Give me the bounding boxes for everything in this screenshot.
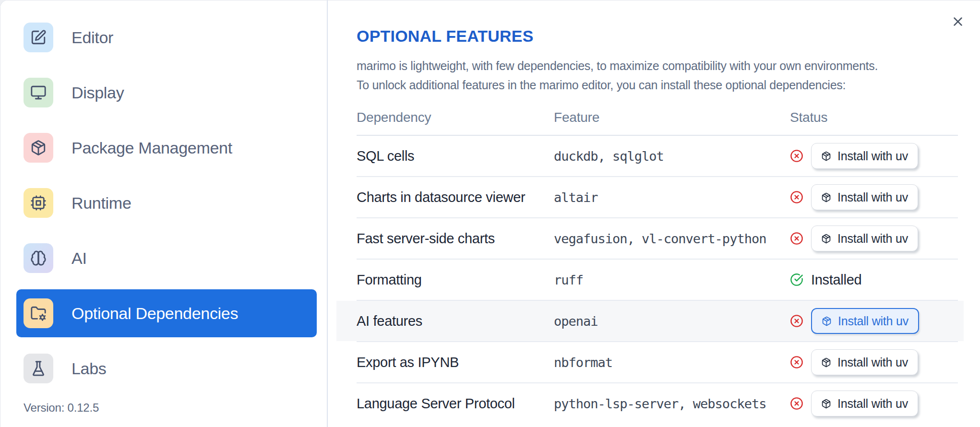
circle-x-icon: [790, 149, 803, 163]
settings-dialog: Editor Display Package Management Runtim…: [0, 0, 980, 427]
dependency-cell: Fast server-side charts: [357, 231, 554, 247]
flask-icon: [30, 360, 47, 377]
install-button-label: Install with uv: [837, 232, 908, 246]
status-cell: Install with uv: [790, 143, 958, 169]
install-button-label: Install with uv: [837, 356, 908, 369]
circle-x-icon: [790, 232, 803, 245]
table-row: Export as IPYNB nbformat Install with uv: [357, 342, 958, 383]
sidebar-item-package-management[interactable]: Package Management: [16, 124, 317, 172]
folder-cog-icon: [30, 305, 47, 321]
square-pen-icon: [30, 29, 47, 46]
dependency-cell: Language Server Protocol: [357, 396, 554, 412]
circle-x-icon: [790, 397, 803, 410]
circle-x-icon: [790, 314, 803, 328]
status-cell: Install with uv: [790, 349, 958, 375]
sidebar-icon-tile: [24, 133, 53, 163]
feature-cell: duckdb, sqlglot: [554, 149, 790, 164]
package-icon: [30, 140, 47, 156]
monitor-icon: [30, 84, 47, 101]
installed-label: Installed: [811, 272, 861, 288]
feature-cell: nbformat: [554, 355, 790, 370]
install-with-uv-button[interactable]: Install with uv: [811, 225, 918, 251]
circle-x-icon: [790, 232, 803, 245]
install-button-label: Install with uv: [838, 314, 908, 328]
brain-icon: [30, 250, 47, 266]
dependency-cell: Export as IPYNB: [357, 355, 554, 370]
dependency-cell: SQL cells: [357, 148, 554, 164]
circle-x-icon: [790, 397, 803, 410]
feature-cell: ruff: [554, 273, 790, 287]
main-panel: OPTIONAL FEATURES marimo is lightweight,…: [327, 0, 980, 427]
table-row: Fast server-side charts vegafusion, vl-c…: [357, 218, 958, 260]
feature-cell: vegafusion, vl-convert-python: [554, 231, 790, 246]
sidebar-icon-tile: [24, 23, 53, 52]
package-icon: [821, 234, 831, 244]
status-cell: Installed: [790, 272, 958, 288]
sidebar-item-optional-dependencies[interactable]: Optional Dependencies: [16, 289, 317, 337]
sidebar-item-runtime[interactable]: Runtime: [16, 179, 317, 227]
circle-check-icon: [790, 273, 803, 286]
column-header-status: Status: [790, 110, 958, 125]
install-with-uv-button[interactable]: Install with uv: [811, 349, 918, 375]
description: marimo is lightweight, with few dependen…: [357, 56, 958, 95]
table-header: Dependency Feature Status: [357, 100, 958, 136]
column-header-feature: Feature: [554, 110, 790, 125]
sidebar-icon-tile: [24, 243, 53, 273]
sidebar-icon-tile: [24, 188, 53, 218]
package-icon: [821, 399, 831, 409]
sidebar-icon-tile: [24, 298, 53, 328]
settings-sidebar: Editor Display Package Management Runtim…: [0, 0, 327, 427]
feature-cell: openai: [554, 314, 790, 329]
sidebar-item-labs[interactable]: Labs: [16, 344, 317, 392]
dependencies-table: Dependency Feature Status SQL cells duck…: [357, 100, 958, 424]
circle-x-icon: [790, 149, 803, 163]
package-icon: [821, 151, 831, 161]
dependency-cell: AI features: [357, 313, 554, 329]
sidebar-icon-tile: [24, 78, 53, 107]
cpu-icon: [30, 195, 47, 211]
table-row: Charts in datasource viewer altair Insta…: [357, 177, 958, 218]
description-line: To unlock additional features in the mar…: [357, 75, 958, 95]
circle-x-icon: [790, 314, 803, 328]
optional-features-content: OPTIONAL FEATURES marimo is lightweight,…: [357, 0, 958, 424]
package-icon: [821, 192, 831, 202]
install-with-uv-button[interactable]: Install with uv: [811, 143, 918, 169]
table-body: SQL cells duckdb, sqlglot Install with u…: [357, 136, 958, 424]
description-line: marimo is lightweight, with few dependen…: [357, 56, 958, 75]
circle-x-icon: [790, 190, 803, 204]
install-with-uv-button[interactable]: Install with uv: [811, 391, 918, 416]
install-with-uv-button[interactable]: Install with uv: [811, 184, 918, 210]
status-cell: Install with uv: [790, 308, 958, 334]
close-button[interactable]: [947, 11, 968, 32]
dependency-cell: Formatting: [357, 272, 554, 288]
circle-x-icon: [790, 190, 803, 204]
table-row: Formatting ruff Installed: [357, 260, 958, 301]
sidebar-item-display[interactable]: Display: [16, 69, 317, 117]
page-title: OPTIONAL FEATURES: [357, 0, 958, 45]
install-button-label: Install with uv: [837, 149, 908, 163]
x-icon: [951, 14, 965, 29]
package-icon: [821, 357, 831, 368]
feature-cell: python-lsp-server, websockets: [554, 396, 790, 411]
status-cell: Install with uv: [790, 225, 958, 251]
package-icon: [822, 316, 832, 326]
install-button-label: Install with uv: [837, 190, 908, 204]
column-header-dependency: Dependency: [357, 110, 554, 125]
sidebar-item-ai[interactable]: AI: [16, 234, 317, 282]
table-row: Language Server Protocol python-lsp-serv…: [357, 383, 958, 424]
status-cell: Install with uv: [790, 391, 958, 416]
table-row: AI features openai Install with uv: [357, 301, 958, 342]
install-button-label: Install with uv: [837, 397, 908, 411]
version-label: Version: 0.12.5: [24, 401, 99, 415]
feature-cell: altair: [554, 190, 790, 205]
sidebar-icon-tile: [24, 354, 53, 383]
dependency-cell: Charts in datasource viewer: [357, 190, 554, 205]
circle-check-icon: [790, 273, 803, 286]
circle-x-icon: [790, 356, 803, 369]
status-cell: Install with uv: [790, 184, 958, 210]
sidebar-nav: Editor Display Package Management Runtim…: [0, 0, 327, 392]
install-with-uv-button[interactable]: Install with uv: [811, 308, 919, 334]
table-row: SQL cells duckdb, sqlglot Install with u…: [357, 136, 958, 177]
sidebar-item-editor[interactable]: Editor: [16, 13, 317, 61]
circle-x-icon: [790, 356, 803, 369]
